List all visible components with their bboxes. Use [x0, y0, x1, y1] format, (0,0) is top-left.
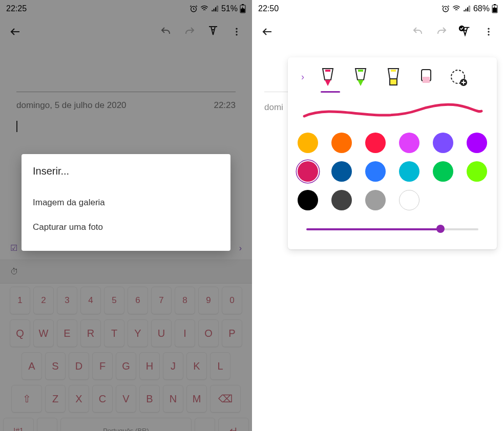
slider-track-empty	[440, 228, 478, 230]
color-amber[interactable]	[298, 133, 318, 153]
active-tool-indicator	[321, 91, 340, 93]
color-lime[interactable]	[467, 161, 487, 182]
svg-rect-15	[325, 70, 330, 72]
color-cyan[interactable]	[399, 161, 419, 182]
insert-popup: Inserir... Imagem da galeria Capturar um…	[22, 154, 230, 251]
right-screenshot: 22:50 68% domi ›	[252, 0, 504, 431]
color-black[interactable]	[298, 190, 318, 210]
slider-thumb[interactable]	[436, 225, 445, 233]
status-time: 22:50	[258, 4, 279, 13]
color-gray[interactable]	[365, 190, 386, 210]
tool-selection-add[interactable]	[450, 67, 468, 87]
svg-rect-18	[391, 70, 396, 72]
color-blue[interactable]	[365, 161, 386, 182]
pen-tool-active-icon[interactable]	[458, 25, 472, 39]
alarm-icon	[442, 5, 450, 13]
svg-rect-20	[423, 77, 430, 83]
tool-pen-green[interactable]	[351, 67, 370, 87]
stroke-width-slider[interactable]	[306, 224, 478, 234]
battery-charging-icon	[492, 4, 498, 13]
popup-item-camera[interactable]: Capturar uma foto	[33, 215, 219, 240]
popup-item-gallery[interactable]: Imagem da galeria	[33, 190, 219, 215]
color-red[interactable]	[365, 133, 386, 153]
svg-point-13	[488, 31, 489, 32]
tool-row: ›	[301, 67, 486, 87]
more-vertical-icon[interactable]	[481, 25, 496, 39]
wifi-icon	[452, 5, 461, 13]
tool-brush-pink[interactable]	[417, 67, 435, 87]
svg-point-14	[488, 34, 489, 35]
color-navy[interactable]	[331, 161, 352, 182]
svg-rect-9	[494, 4, 496, 5]
back-icon[interactable]	[260, 25, 275, 39]
color-magenta[interactable]	[399, 133, 419, 153]
signal-icon	[463, 5, 471, 13]
app-toolbar	[252, 17, 504, 46]
svg-point-12	[488, 28, 489, 30]
color-darkgray[interactable]	[331, 190, 352, 210]
color-orange[interactable]	[331, 133, 352, 153]
status-indicators: 68%	[442, 4, 498, 13]
tool-pen-pink[interactable]	[319, 67, 337, 87]
color-grid	[299, 133, 486, 210]
color-green[interactable]	[433, 161, 453, 182]
pen-settings-popover: ›	[288, 57, 497, 249]
popup-title: Inserir...	[33, 165, 219, 177]
redo-icon[interactable]	[434, 25, 449, 39]
collapse-chevron-icon[interactable]: ›	[301, 72, 304, 82]
stroke-preview	[299, 102, 486, 122]
color-pink-selected[interactable]	[298, 161, 318, 182]
tool-highlighter-yellow[interactable]	[384, 67, 403, 87]
battery-text: 68%	[473, 4, 490, 13]
undo-icon[interactable]	[411, 25, 425, 39]
color-violet[interactable]	[433, 133, 453, 153]
left-screenshot: 22:25 51% domingo, 5 de julho de 202	[0, 0, 252, 431]
slider-track-filled	[306, 228, 440, 230]
svg-rect-16	[358, 70, 363, 72]
statusbar: 22:50 68%	[252, 0, 504, 17]
svg-rect-17	[390, 79, 397, 85]
color-white[interactable]	[399, 190, 419, 210]
color-purple[interactable]	[467, 133, 487, 153]
